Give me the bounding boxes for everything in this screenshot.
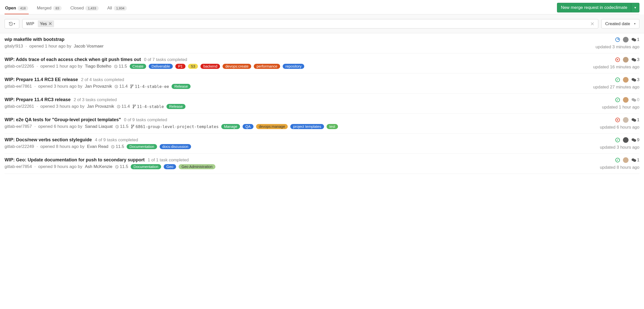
mr-author-link[interactable]: Ash McKenzie bbox=[85, 164, 112, 169]
sort-dropdown[interactable]: Created date ▾ bbox=[601, 19, 639, 28]
separator: · bbox=[35, 124, 36, 129]
mr-branch[interactable]: 11-4-stable bbox=[132, 104, 164, 109]
mr-reference[interactable]: gitlab-ee!7854 bbox=[5, 164, 32, 169]
tab-merged[interactable]: Merged 83 bbox=[36, 3, 62, 14]
mr-label[interactable]: S3 bbox=[188, 64, 198, 69]
mr-label[interactable]: Documentation bbox=[131, 164, 161, 169]
caret-down-icon: ▼ bbox=[634, 6, 637, 9]
filter-history-button[interactable]: ▾ bbox=[5, 19, 19, 28]
mr-label[interactable]: Release bbox=[166, 104, 185, 109]
pipeline-status-icon[interactable]: ✓ bbox=[615, 158, 620, 162]
mr-label[interactable]: Create bbox=[130, 64, 146, 69]
tab-closed[interactable]: Closed 1,433 bbox=[70, 3, 99, 14]
comments-link[interactable]: 9 bbox=[632, 137, 639, 143]
pipeline-status-icon[interactable]: ✓ bbox=[615, 138, 620, 142]
svg-point-20 bbox=[131, 127, 132, 128]
tab-all[interactable]: All 1,934 bbox=[107, 3, 127, 14]
mr-tasks: 2 of 3 tasks completed bbox=[74, 97, 117, 102]
assignee-avatar[interactable] bbox=[623, 97, 629, 103]
pipeline-status-icon[interactable]: ✓ bbox=[615, 98, 620, 102]
tab-all-label: All bbox=[107, 6, 112, 11]
mr-label[interactable]: backend bbox=[200, 64, 220, 69]
mr-label[interactable]: Release bbox=[172, 84, 191, 89]
mr-label[interactable]: project templates bbox=[290, 124, 324, 129]
mr-label[interactable]: Manage bbox=[221, 124, 240, 129]
mr-label[interactable]: Documentation bbox=[127, 144, 157, 149]
mr-label[interactable]: Geo bbox=[164, 164, 176, 169]
pipeline-status-icon[interactable]: ✕ bbox=[615, 57, 620, 62]
mr-main: WIP: Prepare 11.4 RC3 EE release2 of 4 t… bbox=[5, 77, 577, 90]
mr-title-link[interactable]: WIP: Docs/new verbs section styleguide bbox=[5, 137, 92, 143]
mr-reference[interactable]: gitaly!913 bbox=[5, 44, 23, 49]
filter-input[interactable]: WIP Yes ✕ ✕ bbox=[22, 19, 598, 28]
mr-label[interactable]: test bbox=[327, 124, 338, 129]
mr-title-link[interactable]: WIP: e2e QA tests for "Group-level proje… bbox=[5, 117, 121, 122]
new-merge-request-button[interactable]: New merge request in codeclimate bbox=[557, 3, 631, 12]
mr-branch[interactable]: 11-4-stable-ee bbox=[130, 84, 169, 89]
svg-point-16 bbox=[633, 99, 636, 102]
mr-milestone[interactable]: 11.4 bbox=[114, 84, 128, 89]
mr-label[interactable]: QA bbox=[243, 124, 253, 129]
mr-label[interactable]: repository bbox=[283, 64, 304, 69]
mr-author-link[interactable]: Tiago Botelho bbox=[85, 64, 111, 69]
milestone-icon bbox=[117, 105, 121, 109]
assignee-avatar[interactable] bbox=[623, 77, 629, 83]
mr-author-link[interactable]: Jan Provaznik bbox=[87, 104, 114, 109]
comments-link[interactable]: 3 bbox=[632, 77, 639, 82]
mr-milestone[interactable]: 11.4 bbox=[117, 104, 130, 109]
pipeline-status-icon[interactable]: ✓ bbox=[615, 78, 620, 82]
mr-reference[interactable]: gitlab-ee!7861 bbox=[5, 84, 32, 89]
new-mr-label: New merge request in codeclimate bbox=[561, 5, 627, 10]
mr-author-link[interactable]: Jacob Vosmaer bbox=[74, 44, 104, 49]
comments-link[interactable]: 1 bbox=[632, 37, 639, 42]
mr-updated: updated 1 hour ago bbox=[602, 105, 639, 110]
mr-label[interactable]: Deliverable bbox=[149, 64, 173, 69]
remove-filter-icon[interactable]: ✕ bbox=[48, 21, 52, 26]
clear-filter-icon[interactable]: ✕ bbox=[589, 21, 596, 27]
mr-title-link[interactable]: WIP: Geo: Update documentation for push … bbox=[5, 157, 145, 163]
mr-reference[interactable]: gitlab-ce!22261 bbox=[5, 104, 34, 109]
comments-icon bbox=[632, 158, 636, 162]
mr-label[interactable]: P1 bbox=[175, 64, 185, 69]
mr-title-link[interactable]: wip makefile with bootstrap bbox=[5, 37, 64, 42]
mr-author-link[interactable]: Sanad Liaquat bbox=[85, 124, 113, 129]
mr-label[interactable]: Geo Administration bbox=[179, 164, 215, 169]
comments-link[interactable]: 0 bbox=[632, 97, 639, 102]
assignee-avatar[interactable] bbox=[623, 117, 629, 123]
assignee-avatar[interactable] bbox=[623, 157, 629, 163]
pipeline-status-icon[interactable] bbox=[615, 37, 620, 42]
tab-open[interactable]: Open 418 bbox=[5, 3, 29, 14]
svg-point-25 bbox=[633, 139, 636, 142]
assignee-avatar[interactable] bbox=[623, 137, 629, 143]
mr-milestone[interactable]: 11.5 bbox=[115, 164, 128, 169]
mr-label[interactable]: docs:discussion bbox=[160, 144, 191, 149]
new-merge-request-dropdown[interactable]: ▼ bbox=[631, 3, 639, 12]
mr-label[interactable]: performance bbox=[254, 64, 280, 69]
assignee-avatar[interactable] bbox=[623, 57, 629, 63]
mr-author-link[interactable]: Evan Read bbox=[87, 144, 108, 149]
mr-milestone[interactable]: 11.5 bbox=[111, 144, 124, 149]
mr-reference[interactable]: gitlab-ee!7857 bbox=[5, 124, 32, 129]
mr-title-link[interactable]: WIP: Prepare 11.4 RC3 release bbox=[5, 97, 71, 102]
mr-label[interactable]: devops:create bbox=[223, 64, 251, 69]
mr-title-link[interactable]: WIP: Prepare 11.4 RC3 EE release bbox=[5, 77, 78, 82]
assignee-avatar[interactable] bbox=[623, 37, 629, 42]
mr-branch[interactable]: 6861-group-level-project-templates bbox=[131, 124, 219, 129]
mr-label[interactable]: devops:manage bbox=[256, 124, 288, 129]
pipeline-status-icon[interactable]: ✕ bbox=[615, 118, 620, 122]
tab-open-count: 418 bbox=[18, 6, 28, 11]
mr-reference[interactable]: gitlab-ce!22249 bbox=[5, 144, 34, 149]
branch-icon bbox=[132, 104, 136, 109]
branch-icon bbox=[130, 84, 134, 88]
mr-milestone[interactable]: 11.5 bbox=[114, 64, 127, 69]
mr-milestone[interactable]: 11.5 bbox=[115, 124, 128, 129]
mr-author-link[interactable]: Jan Provaznik bbox=[85, 84, 112, 89]
comments-link[interactable]: 3 bbox=[632, 57, 639, 62]
tab-merged-count: 83 bbox=[53, 6, 62, 11]
mr-reference[interactable]: gitlab-ce!22265 bbox=[5, 64, 34, 69]
comments-link[interactable]: 1 bbox=[632, 158, 639, 163]
mr-main: WIP: Geo: Update documentation for push … bbox=[5, 157, 577, 170]
comments-link[interactable]: 1 bbox=[632, 117, 639, 122]
mr-meta-line: gitlab-ee!7861 · opened 3 hours ago byJa… bbox=[5, 84, 577, 89]
mr-title-link[interactable]: WIP: Adds trace of each access check whe… bbox=[5, 57, 141, 62]
